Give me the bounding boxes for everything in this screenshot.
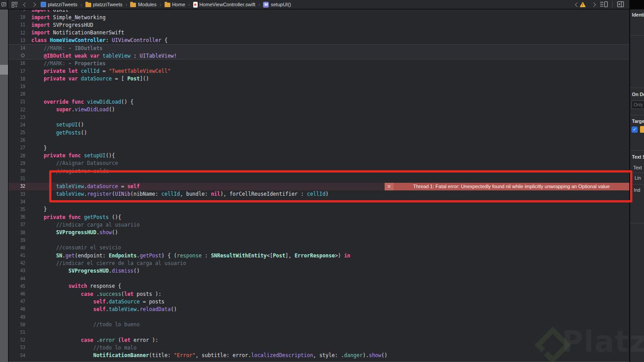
line-number[interactable]: 31 <box>8 176 25 181</box>
line-number[interactable]: 38 <box>8 230 25 235</box>
code-line[interactable]: 21 override func viewDidLoad() { <box>8 98 629 105</box>
code-line[interactable]: 18 private var dataSource = [ Post]() <box>8 75 629 83</box>
code-line[interactable]: 33 tableView.register(UINib(nibName: cel… <box>8 190 629 198</box>
editor-review-icon[interactable] <box>0 0 8 9</box>
code-line[interactable]: 35 } <box>8 206 629 213</box>
code-line[interactable]: 46 case .success(let posts ): <box>8 290 629 298</box>
line-number[interactable]: 49 <box>8 315 25 320</box>
line-number[interactable]: 30 <box>8 168 25 173</box>
line-number[interactable]: 12 <box>8 30 25 35</box>
code-line[interactable]: @IBOutlet weak var tableView : UITableVi… <box>8 52 629 59</box>
code-line[interactable]: 38 SVProgressHUD.show() <box>8 228 629 236</box>
code-line[interactable]: 36 private func getPosts (){ <box>8 213 629 221</box>
code-line[interactable]: 52 case .error (let error ): <box>8 336 629 344</box>
code-line[interactable]: 16 //MARK: - Properties <box>8 59 629 67</box>
line-number[interactable]: 53 <box>8 345 25 350</box>
on-demand-tags-input[interactable]: Only <box>631 101 644 109</box>
code-line[interactable]: 30 //registrar celda <box>8 167 629 175</box>
line-number[interactable]: 21 <box>8 99 25 104</box>
line-number[interactable]: 19 <box>8 84 25 89</box>
line-number[interactable]: 10 <box>8 15 25 20</box>
code-line[interactable]: 48 self.tableView.reloadData() <box>8 305 629 313</box>
nav-forward-icon[interactable] <box>32 2 36 7</box>
code-line[interactable]: 20 <box>8 90 629 98</box>
code-line[interactable]: 28 private func setupUI(){ <box>8 152 629 160</box>
code-line[interactable]: 53 //todo lo malo <box>8 344 629 351</box>
line-number[interactable]: 11 <box>8 22 25 27</box>
line-number[interactable]: 28 <box>8 153 25 158</box>
code-line[interactable]: 31 <box>8 175 629 182</box>
breadcrumb-item[interactable]: platzziTweets <box>85 2 123 7</box>
line-number[interactable]: 25 <box>8 130 25 135</box>
code-line[interactable]: 17 private let cellId = "TweetTableViewC… <box>8 67 629 75</box>
code-line[interactable]: 10import Simple_Networking <box>8 13 629 21</box>
line-number[interactable]: 54 <box>8 353 25 358</box>
line-number[interactable]: 50 <box>8 322 25 327</box>
code-line[interactable]: 41 SN.get(endpoint: Endpoints.getPost) {… <box>8 252 629 259</box>
line-number[interactable]: 22 <box>8 107 25 112</box>
code-line[interactable]: 13class HomeViewController: UIViewContro… <box>8 37 629 44</box>
code-line[interactable]: 43 SVProgressHUD.dismiss() <box>8 267 629 274</box>
line-number[interactable]: 41 <box>8 253 25 258</box>
editor-options-icon[interactable] <box>600 1 608 8</box>
code-line[interactable]: 11import SVProgressHUD <box>8 21 629 29</box>
code-line[interactable]: 23 <box>8 114 629 121</box>
line-number[interactable]: 27 <box>8 145 25 150</box>
line-number[interactable]: 44 <box>8 276 25 281</box>
code-line[interactable]: 26 <box>8 136 629 144</box>
line-number[interactable]: 20 <box>8 92 25 97</box>
line-number[interactable]: 26 <box>8 138 25 143</box>
line-number[interactable]: 35 <box>8 207 25 212</box>
code-line[interactable]: 24 setupUI() <box>8 121 629 129</box>
breadcrumb-item[interactable]: MsetupUI() <box>263 2 291 8</box>
ib-outlet-connector-icon[interactable] <box>8 53 25 58</box>
code-line[interactable]: 19 <box>8 83 629 90</box>
line-number[interactable]: 17 <box>8 69 25 74</box>
code-line[interactable]: 42 //indicar el cierre de la carga al us… <box>8 259 629 267</box>
line-number[interactable]: 52 <box>8 337 25 342</box>
code-line[interactable]: 9import UIKit <box>8 10 629 13</box>
related-items-icon[interactable] <box>12 2 17 8</box>
code-line[interactable]: 29 //Asignar Datasource <box>8 160 629 167</box>
code-line[interactable]: 37 //indicar carga al usuariio <box>8 221 629 228</box>
line-number[interactable]: 29 <box>8 161 25 166</box>
line-number[interactable]: 36 <box>8 215 25 219</box>
code-line[interactable]: 39 <box>8 236 629 244</box>
line-number[interactable]: 48 <box>8 307 25 311</box>
code-line[interactable]: 47 self.dataSource = posts <box>8 298 629 305</box>
line-number[interactable]: 9 <box>8 10 25 12</box>
line-number[interactable]: 46 <box>8 291 25 296</box>
code-line[interactable]: 40 //consumir el sevicio <box>8 244 629 252</box>
code-line[interactable]: 54 NotificationBanner(title: "Error", su… <box>8 351 629 359</box>
code-editor[interactable]: 9import UIKit10import Simple_Networking1… <box>8 10 629 360</box>
line-number[interactable]: 23 <box>8 115 25 120</box>
line-number[interactable]: 16 <box>8 61 25 66</box>
breadcrumb-item[interactable]: Home <box>165 2 185 7</box>
breadcrumb-item[interactable]: Modules <box>130 2 157 7</box>
line-number[interactable]: 51 <box>8 330 25 335</box>
line-number[interactable]: 43 <box>8 268 25 273</box>
issue-back-icon[interactable] <box>575 2 580 7</box>
outlet-circle-icon[interactable] <box>21 54 25 57</box>
line-number[interactable]: 18 <box>8 76 25 81</box>
line-number[interactable]: 32 <box>8 184 25 189</box>
line-number[interactable]: 45 <box>8 284 25 289</box>
line-number[interactable]: 34 <box>8 199 25 204</box>
runtime-error-badge[interactable]: = Thread 1: Fatal error: Unexpectedly fo… <box>385 183 629 190</box>
code-line[interactable]: 49 <box>8 313 629 321</box>
code-line[interactable]: 25 getPosts() <box>8 129 629 136</box>
code-line[interactable]: 22 super.viewDidLoad() <box>8 105 629 113</box>
breadcrumb-item[interactable]: HomeViewController.swift <box>193 2 255 8</box>
code-line[interactable]: 34 <box>8 198 629 206</box>
breadcrumb-item[interactable]: platzziTweets <box>41 2 77 7</box>
code-line[interactable]: 12import NotificationBannerSwift <box>8 29 629 37</box>
line-number[interactable]: 39 <box>8 238 25 243</box>
line-number[interactable]: 14 <box>8 46 25 51</box>
code-line[interactable]: 45 switch response { <box>8 282 629 290</box>
code-line[interactable]: 14 //MARK: - IBOutlets <box>8 44 629 52</box>
code-line[interactable]: 51 <box>8 328 629 336</box>
nav-back-icon[interactable] <box>23 2 28 7</box>
target-checkbox[interactable]: ✓ <box>631 126 638 133</box>
line-number[interactable]: 24 <box>8 122 25 127</box>
line-number[interactable]: 37 <box>8 222 25 227</box>
